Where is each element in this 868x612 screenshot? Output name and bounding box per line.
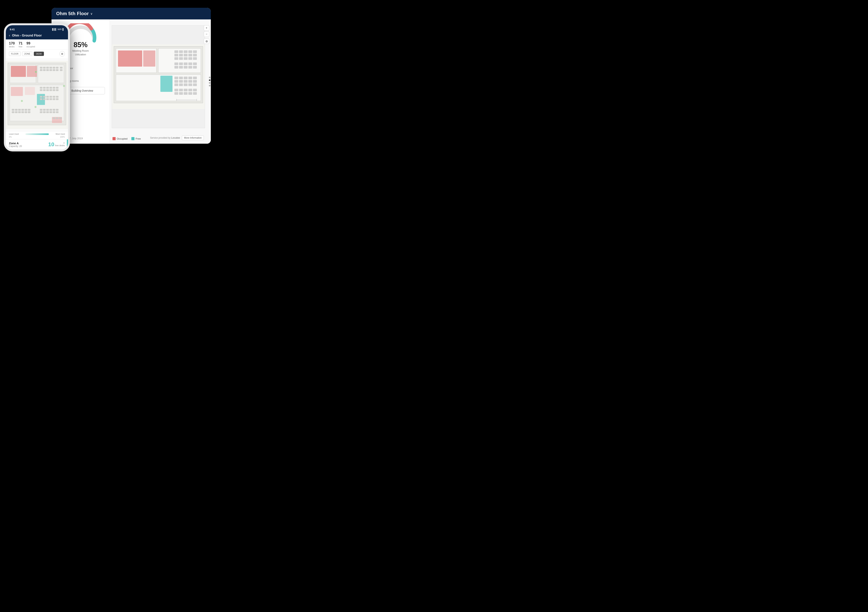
svg-rect-86 xyxy=(40,87,42,88)
svg-rect-100 xyxy=(46,96,49,97)
svg-rect-53 xyxy=(193,89,197,91)
free-desk-stat: 71 free xyxy=(19,41,23,48)
tablet-map: + − ⊕ Occupied Free xyxy=(110,19,211,144)
toggle-compass-button[interactable]: ⊕ xyxy=(59,51,65,57)
svg-rect-11 xyxy=(184,51,188,53)
svg-rect-17 xyxy=(189,54,192,56)
occupied-num: 99 xyxy=(26,41,35,45)
svg-rect-104 xyxy=(40,99,42,100)
svg-rect-52 xyxy=(189,89,192,91)
svg-rect-24 xyxy=(175,62,178,65)
svg-rect-5 xyxy=(116,75,201,101)
svg-rect-32 xyxy=(189,66,192,68)
svg-rect-77 xyxy=(56,67,58,68)
free-label: Free xyxy=(136,137,141,140)
free-icon xyxy=(131,137,135,140)
svg-rect-58 xyxy=(193,92,197,94)
svg-rect-50 xyxy=(179,89,183,91)
svg-rect-130 xyxy=(46,111,49,113)
svg-rect-33 xyxy=(193,66,197,68)
svg-rect-95 xyxy=(50,89,52,91)
svg-rect-46 xyxy=(184,83,188,86)
svg-rect-123 xyxy=(43,109,45,110)
occupied-icon xyxy=(113,137,116,140)
svg-rect-70 xyxy=(25,87,35,95)
svg-rect-127 xyxy=(56,109,58,110)
svg-rect-74 xyxy=(46,67,49,68)
dot-1[interactable] xyxy=(209,77,211,78)
svg-point-141 xyxy=(21,100,23,102)
svg-rect-69 xyxy=(11,87,23,96)
svg-rect-23 xyxy=(193,57,197,60)
floor-plan[interactable] xyxy=(112,25,205,128)
svg-point-142 xyxy=(34,106,37,108)
svg-rect-16 xyxy=(184,54,188,56)
gauge-desc: Meeting RoomUtilization xyxy=(72,49,89,56)
svg-rect-72 xyxy=(40,67,42,68)
zoom-out-button[interactable]: − xyxy=(204,31,209,37)
svg-rect-99 xyxy=(43,96,45,97)
svg-rect-57 xyxy=(189,92,192,94)
svg-rect-15 xyxy=(179,54,183,56)
svg-rect-29 xyxy=(175,66,178,68)
heat-pct-max: 100% xyxy=(60,136,65,138)
occupied-desk-stat: 99 occupied xyxy=(26,41,35,48)
svg-rect-8 xyxy=(160,76,172,92)
svg-rect-18 xyxy=(193,54,197,56)
svg-rect-132 xyxy=(53,111,55,113)
svg-rect-116 xyxy=(12,111,14,113)
svg-rect-12 xyxy=(189,51,192,53)
dot-4[interactable] xyxy=(209,85,211,87)
floor-toggle[interactable]: FLOOR xyxy=(9,52,20,56)
zone-info: Zone A Capacity: 20 xyxy=(9,142,22,148)
svg-rect-44 xyxy=(175,83,178,86)
svg-rect-34 xyxy=(175,77,178,79)
compass-button[interactable]: ⊕ xyxy=(204,39,209,44)
svg-rect-102 xyxy=(53,96,55,97)
svg-rect-9 xyxy=(175,51,178,53)
zone-card: Zone A Capacity: 20 10 free desks × xyxy=(6,139,68,150)
more-info-button[interactable]: More Information xyxy=(182,136,204,140)
phone-status-icons: ▌▌▌ WiFi ▌ xyxy=(52,28,64,31)
phone-floor-plan[interactable] xyxy=(6,58,68,132)
svg-point-139 xyxy=(36,71,37,73)
svg-rect-110 xyxy=(12,109,14,110)
heat-percentages: 0% 100% xyxy=(6,136,68,139)
free-label: free xyxy=(19,45,23,48)
zone-name: Zone A xyxy=(9,142,22,145)
most-used-label: Most Used xyxy=(56,133,65,135)
svg-rect-67 xyxy=(11,66,26,77)
free-num: 71 xyxy=(19,41,23,45)
phone-header-title: Ohm - Ground Floor xyxy=(12,34,42,37)
svg-rect-75 xyxy=(50,67,52,68)
desk-toggle[interactable]: DESK xyxy=(34,52,44,56)
svg-rect-113 xyxy=(22,109,24,110)
chevron-down-icon[interactable]: ∨ xyxy=(90,12,93,15)
phone-device: 9:41 ▌▌▌ WiFi ▌ ‹ Ohm - Ground Floor 170… xyxy=(4,23,70,151)
svg-rect-88 xyxy=(46,87,49,88)
zone-close-button[interactable]: × xyxy=(63,141,65,145)
zone-capacity: Capacity: 20 xyxy=(9,145,22,148)
dot-navigation xyxy=(209,77,211,87)
svg-rect-40 xyxy=(179,80,183,82)
dot-3[interactable] xyxy=(209,82,211,84)
svg-rect-27 xyxy=(189,62,192,65)
svg-rect-94 xyxy=(46,89,49,91)
svg-rect-42 xyxy=(189,80,192,82)
svg-rect-82 xyxy=(50,69,52,71)
svg-rect-37 xyxy=(189,77,192,79)
svg-rect-118 xyxy=(18,111,20,113)
svg-rect-91 xyxy=(56,87,58,88)
dot-2[interactable] xyxy=(209,79,211,81)
back-button[interactable]: ‹ xyxy=(9,33,10,37)
zone-toggle[interactable]: ZONE xyxy=(22,52,33,56)
svg-rect-45 xyxy=(179,83,183,86)
heat-gradient-bar xyxy=(25,133,49,135)
zone-free-num: 10 xyxy=(48,141,54,148)
svg-rect-49 xyxy=(175,89,178,91)
battery-icon: ▌ xyxy=(63,28,64,31)
zone-free-info: 10 free desks xyxy=(48,141,65,148)
zoom-in-button[interactable]: + xyxy=(204,25,209,31)
phone-header: ‹ Ohm - Ground Floor xyxy=(6,32,68,39)
svg-rect-98 xyxy=(40,96,42,97)
